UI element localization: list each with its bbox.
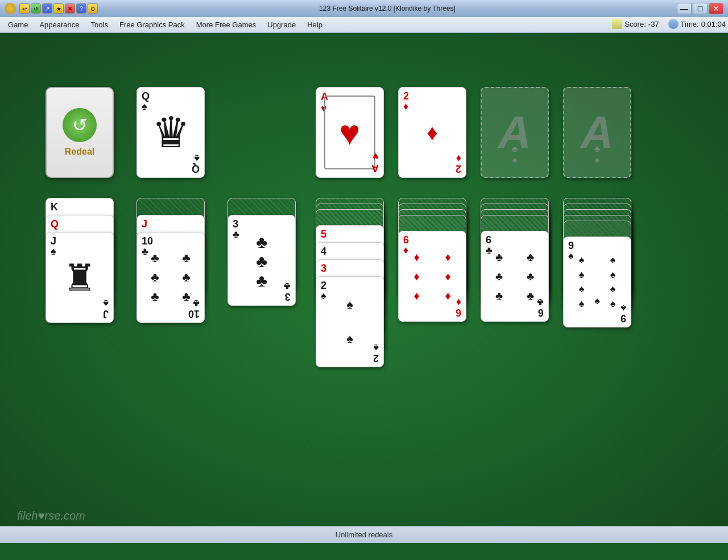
- window-controls: — □ ✕: [677, 3, 723, 14]
- heart-center: ♥: [340, 113, 361, 153]
- menu-bar: Game Appearance Tools Free Graphics Pack…: [0, 17, 728, 33]
- foundation-2-diamonds[interactable]: 2♦ ♦ 2♦: [398, 87, 466, 178]
- time-display: Time: 0:01:04: [668, 19, 726, 31]
- menu-stats: Score: -37 Time: 0:01:04: [612, 19, 726, 31]
- title-bar: ↩ ↺ ↗ ★ ✖ ? ⊙ 123 Free Solitaire v12.0 […: [0, 0, 728, 17]
- foundation-suits-2: ♥ ♣ ♠: [594, 132, 601, 165]
- tableau-col7-9-spades[interactable]: 9♠ ♠♠ ♠♠ ♠♠ ♠♠ ♠ 9♠: [563, 237, 631, 327]
- close-button[interactable]: ✕: [709, 3, 723, 14]
- redeal-label: Redeal: [65, 147, 94, 157]
- menu-appearance[interactable]: Appearance: [34, 18, 85, 31]
- menu-help[interactable]: Help: [301, 18, 328, 31]
- game-area: ↺ Redeal Q♠ ♛ Q♠ A♥ ♥ A♥ 2♦ ♦ 2♦ A ♥ ♣ ♠…: [0, 33, 728, 543]
- score-label: Score:: [624, 20, 646, 28]
- foundation-ace-hearts[interactable]: A♥ ♥ A♥: [316, 87, 384, 178]
- card-rank-br: 6♦: [456, 297, 461, 318]
- foundation-empty-4[interactable]: A ♥ ♣ ♠: [563, 87, 631, 178]
- menu-free-graphics[interactable]: Free Graphics Pack: [114, 18, 191, 31]
- status-bar: Unlimited redeals: [0, 526, 728, 543]
- maximize-button[interactable]: □: [693, 3, 708, 14]
- watermark: fileh♥rse.com: [17, 509, 85, 522]
- menu-upgrade[interactable]: Upgrade: [262, 18, 301, 31]
- redeal-icon: ↺: [63, 108, 97, 142]
- card-rank-br: 10♣: [188, 298, 200, 319]
- redeal-button[interactable]: ↺ Redeal: [46, 87, 114, 178]
- tb-btn-4[interactable]: ★: [53, 3, 64, 14]
- card-rank-br: 2♠: [373, 343, 379, 363]
- card-rank-br: J♠: [103, 298, 109, 319]
- tableau-col1-card3[interactable]: J♠ ♜ J♠: [46, 232, 114, 323]
- tb-btn-3[interactable]: ↗: [42, 3, 52, 14]
- status-text: Unlimited redeals: [336, 530, 392, 539]
- card-rank-tl: 2♦: [403, 91, 409, 111]
- window-title: 123 Free Solitaire v12.0 [Klondike by Th…: [319, 5, 456, 13]
- tb-btn-6[interactable]: ?: [76, 3, 86, 14]
- tableau-col3-3-clubs[interactable]: 3♣ ♣♣♣ 3♣: [228, 215, 296, 306]
- foundation-empty-3[interactable]: A ♥ ♣ ♠: [481, 87, 549, 178]
- tb-btn-5[interactable]: ✖: [65, 3, 75, 14]
- score-display: Score: -37: [612, 19, 659, 31]
- ace-br: A♥: [371, 150, 379, 174]
- tableau-col6-6-clubs[interactable]: 6♣ ♣♣ ♣♣ ♣♣ 6♣: [481, 231, 549, 322]
- card-rank-br: 3♣: [284, 281, 291, 302]
- card-rank-br: 2♦: [456, 154, 461, 174]
- card-rank-br: 9♠: [621, 303, 626, 323]
- time-label: Time:: [681, 20, 699, 28]
- menu-game[interactable]: Game: [2, 18, 34, 31]
- card-rank-br: 6♣: [537, 297, 544, 318]
- waste-card-queen-spades[interactable]: Q♠ ♛ Q♠: [136, 87, 205, 178]
- menu-tools[interactable]: Tools: [85, 18, 114, 31]
- card-rank-br: Q♠: [192, 154, 200, 174]
- menu-more-games[interactable]: More Free Games: [191, 18, 262, 31]
- score-value: -37: [648, 20, 659, 28]
- tableau-col5-6-diamonds[interactable]: 6♦ ♦♦ ♦♦ ♦♦ 6♦: [398, 231, 466, 322]
- app-icon: [5, 3, 16, 14]
- minimize-button[interactable]: —: [677, 3, 692, 14]
- time-value: 0:01:04: [701, 20, 726, 28]
- tableau-col4-2-spades[interactable]: 2♠ ♠ ♠ 2♠: [316, 276, 384, 367]
- tableau-col2-10-clubs[interactable]: 10♣ ♣♣ ♣♣ ♣♣ 10♣: [136, 232, 205, 323]
- title-bar-quick-buttons: ↩ ↺ ↗ ★ ✖ ? ⊙: [19, 3, 98, 14]
- tb-btn-1[interactable]: ↩: [19, 3, 30, 14]
- tb-btn-2[interactable]: ↺: [31, 3, 41, 14]
- title-bar-left: ↩ ↺ ↗ ★ ✖ ? ⊙: [5, 3, 98, 14]
- foundation-suits: ♥ ♣ ♠: [512, 132, 518, 165]
- tb-btn-7[interactable]: ⊙: [88, 3, 98, 14]
